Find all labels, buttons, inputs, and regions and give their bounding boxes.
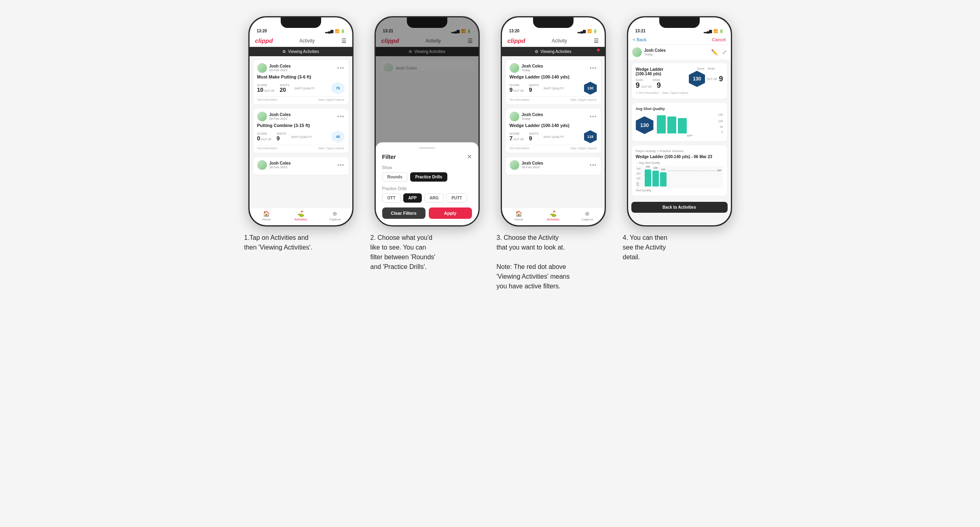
activity-card-1-1[interactable]: Josh Coles 28 Feb 2023 ••• Must Make Put…	[253, 59, 349, 105]
status-icons-3: ▂▄▆ 📶 🔋	[578, 29, 597, 33]
activity-card-3-2[interactable]: Josh Coles Today ••• Wedge Ladder (100-1…	[505, 108, 601, 153]
drill-putt-btn-2[interactable]: PUTT	[446, 193, 467, 203]
avg-line-label-4: 124	[717, 169, 721, 171]
stat-score-label-1-1: Score	[257, 84, 275, 87]
red-dot-3	[597, 49, 600, 51]
card-title-3-1: Wedge Ladder (100-140 yds)	[510, 74, 597, 79]
card-menu-1-3[interactable]: •••	[337, 162, 345, 168]
status-time-4: 13:21	[635, 29, 646, 33]
filter-bar-1[interactable]: ⚙ Viewing Activities	[250, 47, 352, 56]
modal-practice-label-2: Practice Drills	[382, 186, 472, 191]
card-menu-1-1[interactable]: •••	[337, 65, 345, 71]
caption-1: 1.Tap on Activities andthen 'Viewing Act…	[244, 233, 358, 252]
status-icons-1: ▂▄▆ 📶 🔋	[325, 29, 345, 33]
card-data-src-1-2: Data: Clippd Capture	[318, 147, 344, 150]
stat-score-3-2: Score 7 OUT OF	[510, 132, 524, 142]
modal-handle-2	[419, 147, 435, 149]
shot-quality-hex-1-1: 75	[332, 82, 345, 95]
back-to-activities-btn-4[interactable]: Back to Activities	[631, 202, 728, 213]
nav-home-label-3: Home	[514, 218, 523, 221]
apply-btn-2[interactable]: Apply	[429, 207, 472, 219]
activity-card-3-3[interactable]: Josh Coles 28 Feb 2023 •••	[505, 157, 601, 175]
user-details-1-3: Josh Coles 28 Feb 2023	[269, 161, 291, 169]
filter-bar-3[interactable]: ⚙ Viewing Activities	[502, 47, 605, 56]
nav-activities-label-1: Activities	[294, 218, 307, 221]
chart-bar-4-1	[657, 115, 666, 133]
stat-outof-1-1: OUT OF	[264, 89, 275, 92]
menu-icon-3[interactable]: ☰	[594, 38, 599, 44]
stat-score-label-3-1: Score	[510, 84, 524, 87]
filter-icon-1: ⚙	[282, 49, 286, 54]
drill-arg-btn-2[interactable]: ARG	[424, 193, 444, 203]
stat-shots-val-1-2: 9	[277, 135, 286, 142]
user-info-3-1: Josh Coles Today	[510, 63, 543, 73]
edit-icon-4[interactable]: ✏️	[711, 49, 718, 55]
shot-quality-hex-1-2: 45	[332, 130, 345, 143]
user-name-3-2: Josh Coles	[522, 112, 543, 117]
expand-icon-4[interactable]: ⤢	[722, 49, 727, 55]
nav-activities-1[interactable]: ⛳ Activities	[284, 210, 318, 221]
mini-bar-label-4-1: 132	[646, 165, 650, 168]
phone-2: 13:21 ▂▄▆ 📶 🔋 clippd Activity ☰ ⚙ Viewin…	[375, 16, 480, 226]
home-icon-1: 🏠	[263, 210, 270, 217]
drill-ott-btn-2[interactable]: OTT	[382, 193, 401, 203]
drill-app-btn-2[interactable]: APP	[403, 193, 422, 203]
filter-show-group-2: Rounds Practice Drills	[382, 172, 472, 182]
stat-outof-3-2: OUT OF	[513, 138, 524, 141]
card-menu-3-1[interactable]: •••	[590, 65, 597, 71]
modal-title-2: Filter	[382, 154, 396, 160]
nav-activities-3[interactable]: ⛳ Activities	[536, 210, 570, 221]
card-menu-3-2[interactable]: •••	[590, 113, 597, 120]
nav-home-1[interactable]: 🏠 Home	[250, 210, 284, 221]
stat-score-val-3-2: 7 OUT OF	[510, 135, 524, 142]
filter-modal-2: Filter ✕ Show Rounds Practice Drills Pra…	[376, 142, 478, 225]
chart-x-label-4: APP	[657, 134, 723, 137]
card-header-1-2: Josh Coles 28 Feb 2023 •••	[257, 112, 345, 121]
app-header-title-3: Activity	[552, 38, 567, 44]
stat-outof-3-1: OUT OF	[513, 89, 524, 92]
detail-outof-4: OUT OF	[641, 85, 652, 88]
user-name-1-3: Josh Coles	[269, 161, 291, 165]
nav-activities-label-3: Activities	[547, 218, 560, 221]
activities-icon-1: ⛳	[297, 210, 304, 217]
avatar-3-3	[510, 160, 519, 170]
status-time-1: 13:20	[257, 29, 267, 33]
card-menu-1-2[interactable]: •••	[337, 113, 345, 120]
filter-rounds-btn-2[interactable]: Rounds	[382, 172, 408, 182]
avg-sq-label-4: Avg Shot Quality	[636, 107, 723, 111]
activity-card-3-1[interactable]: Josh Coles Today ••• Wedge Ladder (100-1…	[505, 59, 601, 105]
nav-capture-label-3: Capture	[582, 218, 593, 221]
clear-filters-btn-2[interactable]: Clear Filters	[382, 207, 425, 219]
chart-max-label-4: 130	[718, 113, 723, 116]
card-menu-3-3[interactable]: •••	[590, 162, 597, 168]
modal-overlay-2[interactable]: Filter ✕ Show Rounds Practice Drills Pra…	[376, 17, 478, 225]
cancel-link-4[interactable]: Cancel	[712, 37, 726, 42]
stat-score-val-1-2: 0 OUT OF	[257, 135, 272, 142]
nav-capture-1[interactable]: ⊕ Capture	[318, 210, 352, 221]
mini-bar-4-1	[645, 169, 651, 186]
card-header-3-3: Josh Coles 28 Feb 2023 •••	[510, 160, 597, 170]
nav-home-3[interactable]: 🏠 Home	[502, 210, 536, 221]
user-info-1-2: Josh Coles 28 Feb 2023	[257, 112, 291, 121]
modal-close-2[interactable]: ✕	[467, 153, 472, 161]
stat-score-label-3-2: Score	[510, 132, 524, 135]
chart-zero-label-4: 0	[722, 131, 723, 133]
nav-capture-label-1: Capture	[329, 218, 341, 221]
filter-practice-btn-2[interactable]: Practice Drills	[410, 172, 448, 182]
stat-score-val-1-1: 10 OUT OF	[257, 87, 275, 93]
back-link-4[interactable]: < Back	[633, 37, 647, 42]
user-date-1-2: 28 Feb 2023	[269, 117, 291, 121]
app-header-title-1: Activity	[299, 38, 315, 44]
phone-col-4: 13:21 ▂▄▆ 📶 🔋 < Back Cancel	[623, 16, 736, 262]
nav-capture-3[interactable]: ⊕ Capture	[570, 210, 605, 221]
shot-quality-hex-3-1: 130	[584, 82, 597, 95]
detail-score-val-4: 9	[636, 81, 640, 90]
menu-icon-1[interactable]: ☰	[341, 38, 347, 44]
activity-card-1-3[interactable]: Josh Coles 28 Feb 2023 •••	[253, 157, 349, 175]
filter-icon-3: ⚙	[535, 49, 538, 54]
phones-row: 13:20 ▂▄▆ 📶 🔋 clippd Activity ☰ ⚙ Vi	[244, 16, 736, 291]
phone-col-2: 13:21 ▂▄▆ 📶 🔋 clippd Activity ☰ ⚙ Viewin…	[370, 16, 484, 272]
activity-card-1-2[interactable]: Josh Coles 28 Feb 2023 ••• Putting Combi…	[253, 108, 349, 153]
battery-icon-4: 🔋	[719, 29, 724, 33]
detail-actions-4: ✏️ ⤢	[711, 49, 727, 55]
